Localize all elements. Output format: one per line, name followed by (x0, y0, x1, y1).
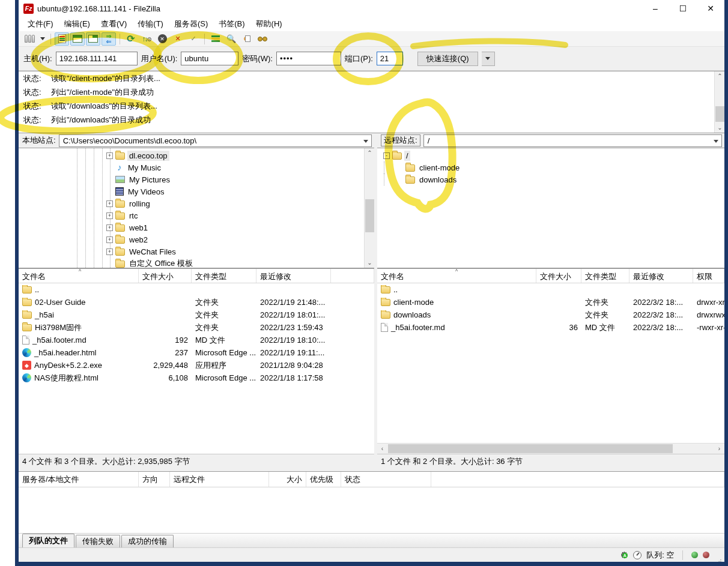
file-row[interactable]: ◆AnyDesk+5.2.2.exe 2,929,448应用程序2021/12/… (19, 359, 374, 372)
scrollbar-thumb[interactable] (388, 444, 673, 453)
cancel-operation-icon[interactable]: ✕ (155, 32, 169, 46)
column-size[interactable]: 大小 (269, 472, 306, 487)
tree-item[interactable]: downloads (377, 173, 724, 185)
expand-icon[interactable]: + (106, 152, 113, 159)
tree-item[interactable]: My Videos (19, 185, 374, 197)
synchronized-browsing-icon[interactable]: ⟳ (240, 32, 254, 46)
menu-transfer[interactable]: 传输(T) (132, 17, 169, 31)
column-modified[interactable]: 最近修改 (256, 269, 331, 283)
tree-item[interactable]: + web2 (19, 233, 374, 245)
local-site-combo[interactable]: C:\Users\ecoo\Documents\dl.ecoo.top\ (59, 134, 372, 147)
resize-grip-icon[interactable]: ⣠ (718, 556, 722, 562)
toggle-transfer-queue-icon[interactable]: ⇒⇐ (102, 32, 116, 46)
username-input[interactable] (181, 52, 238, 65)
folder-icon (381, 299, 390, 306)
scroll-up-icon[interactable]: ⌃ (715, 71, 724, 81)
file-row[interactable]: _h5ai 文件夹2022/1/19 18:01:... (19, 309, 374, 321)
column-remote-file[interactable]: 远程文件 (170, 472, 269, 487)
toggle-message-log-icon[interactable] (55, 32, 69, 46)
site-manager-dropdown-icon[interactable] (38, 32, 47, 46)
reconnect-icon[interactable]: ✓ (186, 32, 201, 46)
auto-transfer-gear-icon[interactable]: ⚙A (620, 550, 628, 559)
scroll-left-icon[interactable]: ‹ (377, 444, 387, 454)
file-row[interactable]: .. (19, 283, 374, 296)
file-row[interactable]: Hi3798M固件 文件夹2022/1/23 1:59:43 (19, 321, 374, 334)
tab-queued-files[interactable]: 列队的文件 (22, 534, 74, 547)
column-permissions[interactable]: 权限 (693, 269, 724, 283)
scroll-up-icon[interactable]: ⌃ (365, 148, 374, 158)
menu-file[interactable]: 文件(F) (22, 17, 59, 31)
find-files-icon[interactable] (255, 32, 270, 46)
column-filetype[interactable]: 文件类型 (581, 269, 629, 283)
expand-icon[interactable]: + (106, 212, 113, 219)
column-filetype[interactable]: 文件类型 (192, 269, 256, 283)
scrollbar-thumb[interactable] (715, 106, 724, 122)
file-row[interactable]: NAS使用教程.html 6,108Microsoft Edge ...2022… (19, 372, 374, 384)
local-tree-scrollbar[interactable]: ⌃ ⌄ (364, 148, 374, 268)
column-status[interactable]: 状态 (341, 472, 431, 487)
speed-limit-gauge-icon[interactable] (633, 551, 642, 559)
column-direction[interactable]: 方向 (139, 472, 170, 487)
refresh-icon[interactable]: ⟳ (124, 32, 138, 46)
file-row[interactable]: downloads 文件夹2022/3/2 18:...drwxrwxrwx (377, 309, 724, 321)
menu-view[interactable]: 查看(V) (96, 17, 132, 31)
port-input[interactable] (377, 52, 403, 65)
site-manager-icon[interactable] (22, 32, 37, 46)
collapse-icon[interactable]: - (383, 152, 390, 159)
menu-edit[interactable]: 编辑(E) (59, 17, 96, 31)
maximize-icon[interactable]: ☐ (669, 0, 697, 17)
column-filesize[interactable]: 文件大小 (536, 269, 581, 283)
tab-successful-transfers[interactable]: 成功的传输 (121, 535, 174, 547)
folder-icon (22, 324, 32, 331)
expand-icon[interactable]: + (106, 224, 113, 231)
file-row[interactable]: client-mode 文件夹2022/3/2 18:...drwxr-xr-x (377, 296, 724, 309)
log-scrollbar[interactable]: ⌃ ⌄ (714, 71, 724, 133)
password-input[interactable] (276, 52, 341, 65)
scrollbar-thumb[interactable] (365, 199, 374, 232)
process-queue-icon[interactable]: ↑↓⚙ (139, 32, 154, 46)
message-log: 状态:读取"/client-mode"的目录列表... 状态:列出"/clien… (19, 71, 724, 133)
file-row[interactable]: _h5ai.footer.md 192MD 文件2022/1/19 18:10:… (19, 334, 374, 346)
tree-item[interactable]: client-mode (377, 161, 724, 173)
filter-icon[interactable] (208, 32, 223, 46)
tree-item[interactable]: + WeChat Files (19, 245, 374, 257)
file-row[interactable]: _h5ai.header.html 237Microsoft Edge ...2… (19, 346, 374, 359)
remote-site-combo[interactable]: / (423, 134, 722, 147)
remote-horizontal-scrollbar[interactable]: ‹ › (377, 443, 724, 454)
close-icon[interactable]: ✕ (697, 0, 724, 17)
column-server-local-file[interactable]: 服务器/本地文件 (19, 472, 139, 487)
tree-item[interactable]: My Pictures (19, 173, 374, 185)
tree-item[interactable]: + web1 (19, 221, 374, 233)
tree-item[interactable]: + rolling (19, 197, 374, 209)
tree-item[interactable]: - / (377, 149, 724, 161)
menu-bookmarks[interactable]: 书签(B) (213, 17, 250, 31)
directory-comparison-icon[interactable]: 🔍 (224, 32, 238, 46)
quickconnect-dropdown-icon[interactable] (482, 52, 495, 66)
expand-icon[interactable]: + (106, 200, 113, 207)
toggle-remote-tree-icon[interactable] (86, 32, 100, 46)
tree-item[interactable]: + dl.ecoo.top (19, 149, 374, 161)
host-input[interactable] (56, 52, 138, 65)
expand-icon[interactable]: + (106, 236, 113, 243)
disconnect-icon[interactable]: ✕ (171, 32, 185, 46)
menu-server[interactable]: 服务器(S) (169, 17, 213, 31)
toggle-local-tree-icon[interactable] (70, 32, 85, 46)
file-row[interactable]: _h5ai.footer.md 36MD 文件2022/3/2 18:...-r… (377, 321, 724, 334)
expand-icon[interactable]: + (106, 248, 113, 255)
file-row[interactable]: .. (377, 283, 724, 296)
file-row[interactable]: 02-User Guide 文件夹2022/1/19 21:48:... (19, 296, 374, 309)
column-modified[interactable]: 最近修改 (629, 269, 693, 283)
tree-item[interactable]: 自定义 Office 模板 (19, 257, 374, 268)
tab-failed-transfers[interactable]: 传输失败 (76, 535, 120, 547)
tree-item[interactable]: ♪ My Music (19, 161, 374, 173)
column-priority[interactable]: 优先级 (306, 472, 341, 487)
menu-help[interactable]: 帮助(H) (250, 17, 288, 31)
minimize-icon[interactable]: – (642, 0, 669, 17)
tree-item[interactable]: + rtc (19, 209, 374, 221)
column-filesize[interactable]: 文件大小 (139, 269, 192, 283)
scroll-right-icon[interactable]: › (714, 444, 724, 454)
connection-led-green-icon (691, 552, 698, 558)
scroll-down-icon[interactable]: ⌄ (715, 123, 724, 133)
scroll-down-icon[interactable]: ⌄ (365, 258, 374, 268)
quickconnect-button[interactable]: 快速连接(Q) (417, 52, 478, 66)
